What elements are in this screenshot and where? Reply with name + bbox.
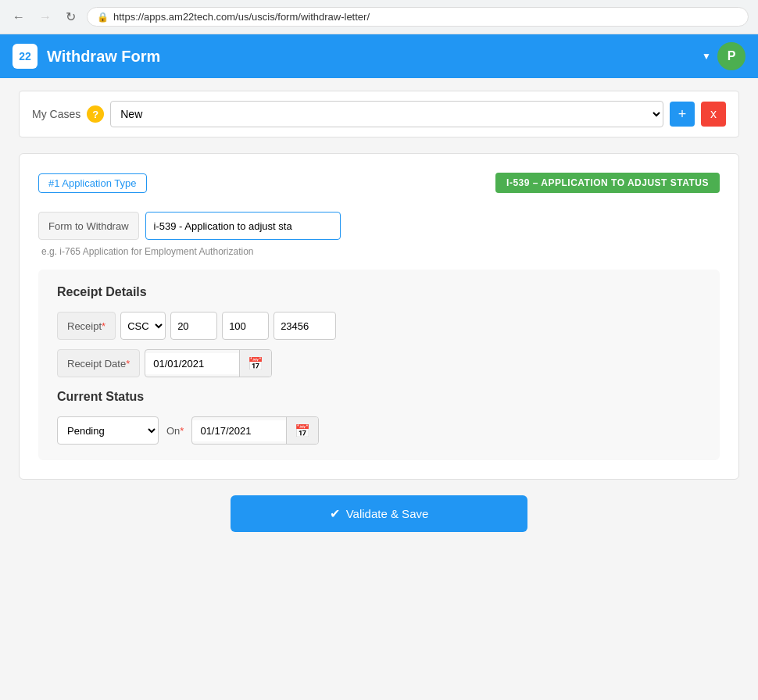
status-badge: I-539 – APPLICATION TO ADJUST STATUS — [495, 173, 720, 193]
current-status-title: Current Status — [57, 390, 701, 404]
app-header-right: ▼ P — [702, 42, 745, 70]
url-bar: 🔒 https://apps.am22tech.com/us/uscis/for… — [87, 7, 749, 27]
browser-bar: ← → ↻ 🔒 https://apps.am22tech.com/us/usc… — [0, 0, 758, 34]
on-label: On* — [163, 425, 187, 437]
form-to-withdraw-input[interactable] — [145, 212, 341, 240]
form-to-withdraw-hint: e.g. i-765 Application for Employment Au… — [41, 246, 720, 257]
add-case-button[interactable]: + — [670, 102, 695, 127]
app-header: 22 Withdraw Form ▼ P — [0, 34, 758, 78]
section-tag: #1 Application Type — [38, 173, 147, 193]
receipt-field1-input[interactable] — [170, 312, 217, 340]
receipt-csc-select[interactable]: CSC — [120, 312, 166, 340]
section-header: #1 Application Type I-539 – APPLICATION … — [38, 173, 720, 193]
receipt-section: Receipt Details Receipt* CSC Receipt Dat… — [38, 270, 720, 460]
validate-save-button[interactable]: ✔ Validate & Save — [231, 495, 527, 532]
checkmark-icon: ✔ — [330, 506, 340, 521]
main-content: My Cases ? New + x #1 Application Type I… — [0, 78, 758, 700]
receipt-label: Receipt* — [57, 312, 116, 340]
refresh-button[interactable]: ↻ — [63, 6, 79, 27]
current-status-calendar-button[interactable]: 📅 — [286, 417, 318, 444]
lock-icon: 🔒 — [97, 12, 109, 23]
help-badge[interactable]: ? — [87, 105, 104, 123]
avatar: P — [717, 42, 745, 70]
current-status-date-input[interactable] — [192, 420, 286, 441]
cases-label: My Cases — [32, 108, 80, 120]
cases-bar: My Cases ? New + x — [19, 91, 739, 138]
app-logo: 22 — [13, 44, 38, 69]
status-calendar-icon: 📅 — [295, 423, 310, 438]
form-to-withdraw-row: Form to Withdraw — [38, 212, 720, 240]
url-text: https://apps.am22tech.com/us/uscis/form/… — [113, 11, 370, 23]
calendar-icon: 📅 — [248, 356, 263, 371]
receipt-date-row: Receipt Date* 📅 — [57, 349, 701, 377]
form-card: #1 Application Type I-539 – APPLICATION … — [19, 153, 739, 480]
receipt-row: Receipt* CSC — [57, 312, 701, 340]
forward-button[interactable]: → — [36, 7, 55, 27]
form-to-withdraw-label: Form to Withdraw — [38, 212, 139, 240]
receipt-field3-input[interactable] — [274, 312, 336, 340]
back-button[interactable]: ← — [9, 7, 28, 27]
remove-case-button[interactable]: x — [701, 102, 726, 127]
receipt-title: Receipt Details — [57, 285, 701, 299]
receipt-field2-input[interactable] — [222, 312, 269, 340]
current-status-date-wrap: 📅 — [191, 416, 319, 445]
receipt-calendar-button[interactable]: 📅 — [239, 350, 271, 377]
app-header-left: 22 Withdraw Form — [13, 44, 160, 69]
current-status-select[interactable]: Pending — [57, 416, 159, 445]
validate-save-label: Validate & Save — [346, 507, 429, 520]
receipt-date-wrap: 📅 — [145, 349, 272, 377]
app-title: Withdraw Form — [47, 48, 160, 66]
header-dropdown-arrow[interactable]: ▼ — [702, 51, 711, 62]
current-status-row: Pending On* 📅 — [57, 416, 701, 445]
receipt-date-input[interactable] — [145, 353, 239, 374]
current-status-section: Current Status Pending On* 📅 — [57, 390, 701, 445]
cases-select[interactable]: New — [110, 101, 663, 127]
receipt-date-label: Receipt Date* — [57, 349, 140, 377]
